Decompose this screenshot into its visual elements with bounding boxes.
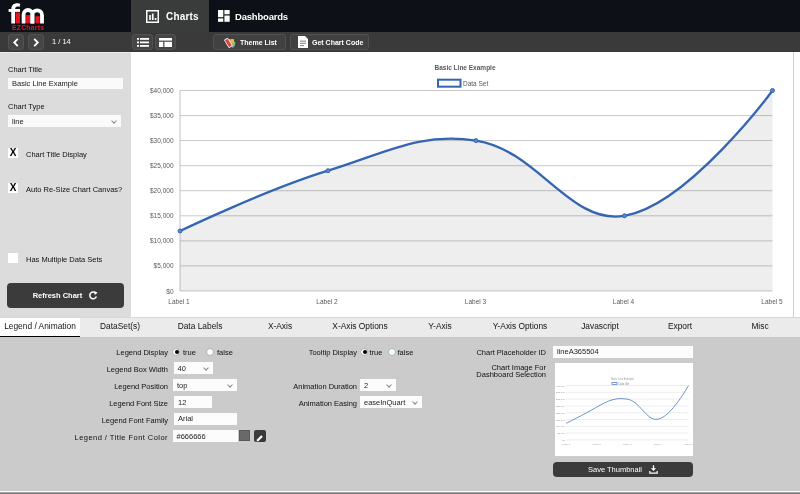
svg-text:EZCharts: EZCharts [12,24,44,31]
svg-text:$10,000: $10,000 [555,425,565,428]
svg-text:Label 1: Label 1 [561,443,570,446]
svg-text:$25,000: $25,000 [150,162,174,169]
svg-text:$25,000: $25,000 [555,405,565,408]
svg-text:Label 4: Label 4 [653,443,662,446]
svg-text:Label 3: Label 3 [465,298,487,305]
svg-text:Basic Line Example: Basic Line Example [611,377,634,381]
svg-text:$10,000: $10,000 [150,237,174,244]
svg-text:$15,000: $15,000 [150,212,174,219]
svg-text:Label 1: Label 1 [168,298,190,305]
svg-text:Data Set: Data Set [463,80,488,87]
svg-text:$35,000: $35,000 [555,391,565,394]
svg-text:$20,000: $20,000 [150,187,174,194]
svg-text:$0: $0 [166,288,174,295]
svg-text:Label 5: Label 5 [761,298,783,305]
svg-text:$35,000: $35,000 [150,112,174,119]
svg-text:Basic Line Example: Basic Line Example [434,64,495,72]
svg-text:$40,000: $40,000 [150,87,174,94]
svg-text:$20,000: $20,000 [555,412,565,415]
svg-text:$5,000: $5,000 [557,432,565,435]
svg-text:$40,000: $40,000 [555,385,565,388]
svg-text:Data Set: Data Set [618,382,629,386]
svg-text:Label 2: Label 2 [316,298,338,305]
svg-text:$30,000: $30,000 [555,398,565,401]
svg-text:Label 2: Label 2 [592,443,601,446]
svg-text:Label 3: Label 3 [623,443,632,446]
svg-text:$5,000: $5,000 [154,262,174,269]
svg-text:Label 4: Label 4 [613,298,635,305]
svg-text:$15,000: $15,000 [555,419,565,422]
svg-text:Label 5: Label 5 [684,443,693,446]
svg-text:$0: $0 [562,439,565,442]
svg-text:$30,000: $30,000 [150,137,174,144]
